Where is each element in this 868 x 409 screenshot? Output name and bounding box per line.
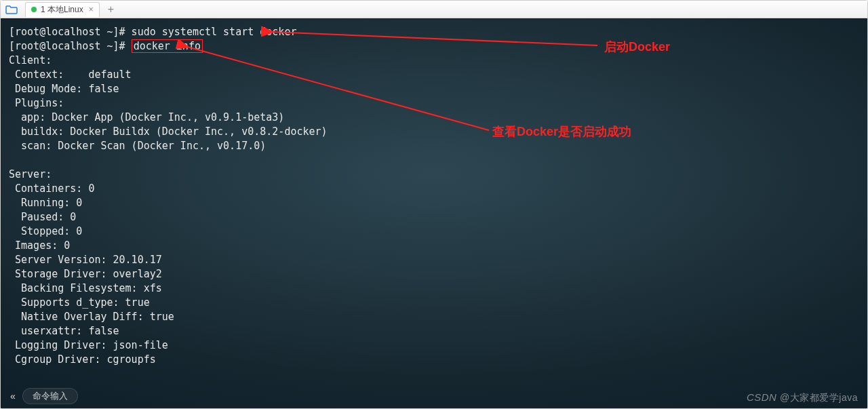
output-line: app: Docker App (Docker Inc., v0.9.1-bet… [9, 111, 859, 125]
output-line: buildx: Docker Buildx (Docker Inc., v0.8… [9, 125, 859, 139]
output-line: Logging Driver: json-file [9, 338, 859, 353]
output-line: Paused: 0 [9, 210, 859, 225]
tab-close-button[interactable]: × [89, 5, 94, 14]
output-line: Server: [9, 168, 859, 182]
watermark-author: @大家都爱学java [780, 392, 858, 403]
prompt-line-1: [root@localhost ~]# sudo systemctl start… [9, 25, 859, 39]
output-line: Plugins: [9, 96, 859, 111]
output-line: Running: 0 [9, 196, 859, 210]
output-line: Server Version: 20.10.17 [9, 253, 859, 267]
output-line: scan: Docker Scan (Docker Inc., v0.17.0) [9, 139, 859, 153]
tab-local-linux[interactable]: 1 本地Linux × [25, 2, 100, 17]
folder-icon[interactable] [5, 4, 18, 15]
output-line: Backing Filesystem: xfs [9, 281, 859, 296]
highlighted-command: docker info [132, 39, 203, 53]
output-line: Debug Mode: false [9, 82, 859, 96]
output-line: Stopped: 0 [9, 225, 859, 239]
status-bar: « 命令输入 [1, 387, 867, 406]
terminal-area[interactable]: [root@localhost ~]# sudo systemctl start… [1, 18, 867, 408]
chevron-left-icon[interactable]: « [10, 391, 16, 402]
output-line: Containers: 0 [9, 182, 859, 196]
output-line: Images: 0 [9, 239, 859, 253]
command-input-capsule[interactable]: 命令输入 [22, 388, 78, 404]
tab-label: 1 本地Linux [41, 4, 83, 16]
output-line: Context: default [9, 68, 859, 82]
output-line: Client: [9, 54, 859, 68]
add-tab-button[interactable]: + [105, 3, 117, 16]
output-line: Storage Driver: overlay2 [9, 267, 859, 281]
status-dot-icon [31, 7, 37, 12]
prompt-line-2: [root@localhost ~]# docker info [9, 39, 859, 54]
watermark: CSDN @大家都爱学java [747, 391, 858, 404]
output-line: Native Overlay Diff: true [9, 310, 859, 324]
tab-bar: 1 本地Linux × + [1, 1, 867, 18]
watermark-site: CSDN [747, 391, 777, 403]
command-input-hint: 命令输入 [33, 390, 68, 402]
output-line: userxattr: false [9, 324, 859, 338]
output-line: Cgroup Driver: cgroupfs [9, 353, 859, 367]
app-window: 1 本地Linux × + [root@localhost ~]# sudo s… [0, 0, 868, 409]
terminal-output[interactable]: [root@localhost ~]# sudo systemctl start… [1, 18, 867, 408]
annotation-check-docker: 查看Docker是否启动成功 [492, 123, 631, 140]
output-line [9, 153, 859, 168]
output-line: Supports d_type: true [9, 296, 859, 310]
annotation-start-docker: 启动Docker [604, 39, 670, 55]
